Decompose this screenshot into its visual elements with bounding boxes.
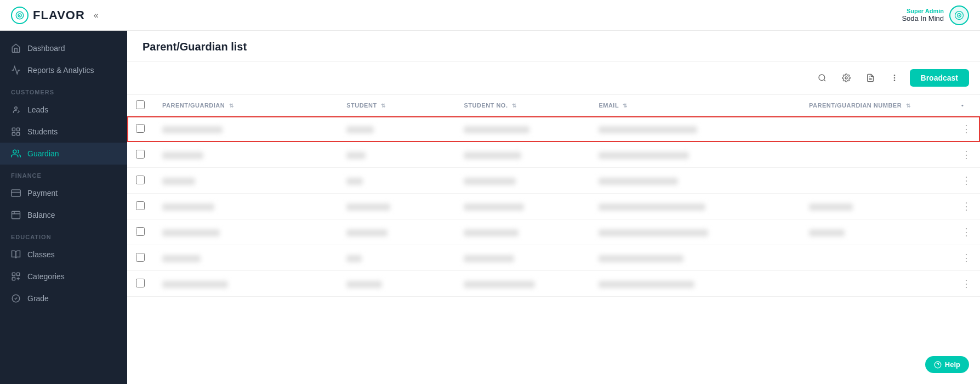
row-actions[interactable]: ⋮ xyxy=(953,142,980,168)
sidebar-item-grade[interactable]: Grade xyxy=(0,287,127,309)
row-checkbox[interactable] xyxy=(136,124,145,133)
sidebar-item-categories[interactable]: Categories xyxy=(0,266,127,287)
svg-point-6 xyxy=(15,107,18,110)
th-email[interactable]: EMAIL ⇅ xyxy=(590,95,800,116)
user-role: Super Admin xyxy=(907,8,944,14)
guardian-cell xyxy=(162,229,220,236)
svg-point-2 xyxy=(19,14,20,15)
guardian-icon xyxy=(11,149,21,159)
sort-icon-guardianno: ⇅ xyxy=(906,103,911,109)
sidebar-item-payment[interactable]: Payment xyxy=(0,182,127,204)
th-guardian[interactable]: PARENT/GUARDIAN ⇅ xyxy=(153,95,338,116)
row-actions[interactable]: ⋮ xyxy=(953,219,980,245)
studentno-cell xyxy=(464,204,524,211)
row-checkbox[interactable] xyxy=(136,150,145,159)
row-actions[interactable]: ⋮ xyxy=(953,271,980,297)
collapse-btn[interactable]: « xyxy=(94,10,99,20)
studentno-cell xyxy=(464,126,529,133)
email-cell xyxy=(599,204,705,211)
sidebar-item-leads-label: Leads xyxy=(27,105,48,114)
grade-icon xyxy=(11,293,21,303)
page-header: Parent/Guardian list xyxy=(127,31,980,61)
guardian-cell xyxy=(162,255,201,262)
table-header: PARENT/GUARDIAN ⇅ STUDENT ⇅ STUDENT NO. … xyxy=(127,95,980,116)
student-cell xyxy=(346,281,382,288)
svg-rect-12 xyxy=(12,190,21,196)
sidebar-item-guardian-label: Guardian xyxy=(27,149,59,158)
table-body: ⋮⋮⋮⋮⋮⋮⋮ xyxy=(127,116,980,297)
categories-icon xyxy=(11,272,21,281)
guardianno-cell xyxy=(809,229,845,236)
svg-point-21 xyxy=(819,75,825,81)
app-name: FLAVOR xyxy=(33,8,85,22)
svg-point-27 xyxy=(894,77,894,78)
studentno-cell xyxy=(464,281,535,288)
section-label-education: EDUCATION xyxy=(0,226,127,244)
th-email-label: EMAIL xyxy=(599,102,619,109)
th-student[interactable]: STUDENT ⇅ xyxy=(338,95,455,116)
analytics-icon xyxy=(11,65,21,75)
sidebar-item-balance[interactable]: Balance xyxy=(0,204,127,226)
row-actions[interactable]: ⋮ xyxy=(953,116,980,142)
row-checkbox[interactable] xyxy=(136,227,145,236)
sort-icon-email: ⇅ xyxy=(623,103,628,109)
table-row: ⋮ xyxy=(127,219,980,245)
student-cell xyxy=(346,229,388,236)
email-cell xyxy=(599,178,678,185)
sidebar-item-guardian[interactable]: Guardian xyxy=(0,143,127,165)
table-row: ⋮ xyxy=(127,271,980,297)
row-actions[interactable]: ⋮ xyxy=(953,245,980,271)
guardian-cell xyxy=(162,204,214,211)
svg-point-26 xyxy=(894,75,894,76)
row-actions[interactable]: ⋮ xyxy=(953,194,980,219)
data-table: PARENT/GUARDIAN ⇅ STUDENT ⇅ STUDENT NO. … xyxy=(127,95,980,297)
svg-rect-9 xyxy=(12,133,15,135)
top-header: FLAVOR « Super Admin Soda In Mind xyxy=(0,0,980,31)
th-guardianno[interactable]: PARENT/GUARDIAN NUMBER ⇅ xyxy=(800,95,953,116)
sidebar: Dashboard Reports & Analytics CUSTOMERS … xyxy=(0,31,127,384)
svg-point-5 xyxy=(959,14,960,16)
row-checkbox[interactable] xyxy=(136,176,145,184)
student-cell xyxy=(346,178,363,185)
select-all-checkbox[interactable] xyxy=(136,100,145,109)
row-checkbox[interactable] xyxy=(136,253,145,262)
export-button[interactable] xyxy=(862,69,879,87)
sidebar-item-classes-label: Classes xyxy=(27,250,55,259)
svg-point-28 xyxy=(894,80,894,81)
user-avatar[interactable] xyxy=(949,5,969,25)
student-cell xyxy=(346,255,362,262)
ellipsis-vertical-icon xyxy=(890,74,899,82)
settings-button[interactable] xyxy=(837,69,855,87)
sidebar-item-payment-label: Payment xyxy=(27,189,58,197)
broadcast-button[interactable]: Broadcast xyxy=(910,69,969,87)
th-studentno[interactable]: STUDENT NO. ⇅ xyxy=(455,95,590,116)
export-icon xyxy=(866,74,875,82)
home-icon xyxy=(11,43,21,53)
sidebar-item-reports[interactable]: Reports & Analytics xyxy=(0,59,127,81)
students-icon xyxy=(11,127,21,137)
table-row: ⋮ xyxy=(127,194,980,219)
sidebar-item-students[interactable]: Students xyxy=(0,121,127,143)
sidebar-item-leads[interactable]: Leads xyxy=(0,99,127,121)
sidebar-item-grade-label: Grade xyxy=(27,294,49,303)
sidebar-nav: Dashboard Reports & Analytics CUSTOMERS … xyxy=(0,31,127,316)
user-name: Soda In Mind xyxy=(902,14,944,22)
studentno-cell xyxy=(464,255,514,262)
help-button[interactable]: Help xyxy=(925,356,969,373)
row-checkbox[interactable] xyxy=(136,201,145,210)
gear-icon xyxy=(842,74,851,82)
row-checkbox[interactable] xyxy=(136,279,145,287)
guardianno-cell xyxy=(809,204,853,211)
sidebar-item-categories-label: Categories xyxy=(27,272,65,281)
user-area: Super Admin Soda In Mind xyxy=(902,5,969,25)
svg-point-23 xyxy=(845,77,847,79)
sidebar-item-classes[interactable]: Classes xyxy=(0,244,127,266)
email-cell xyxy=(599,255,683,262)
sidebar-item-dashboard[interactable]: Dashboard xyxy=(0,37,127,59)
more-options-button[interactable] xyxy=(886,69,903,87)
guardian-cell xyxy=(162,178,195,185)
help-label: Help xyxy=(945,360,960,369)
search-button[interactable] xyxy=(813,69,831,87)
logo-area: FLAVOR « xyxy=(11,7,99,24)
row-actions[interactable]: ⋮ xyxy=(953,168,980,194)
